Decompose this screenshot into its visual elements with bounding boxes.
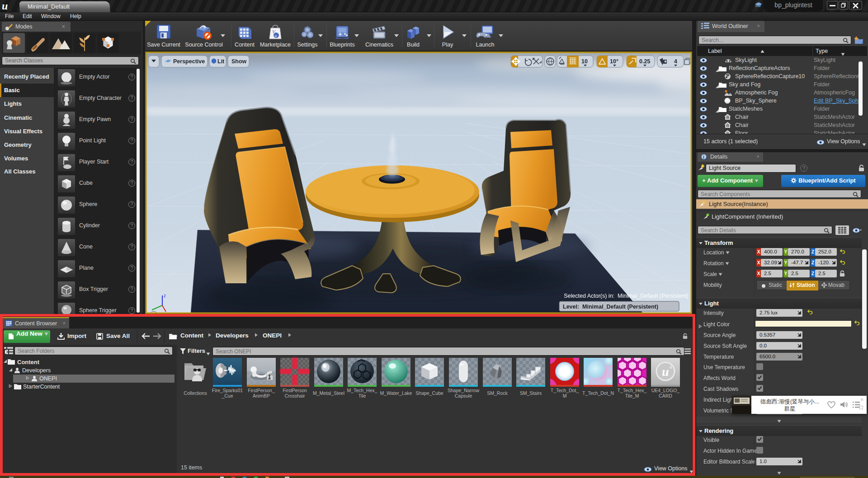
svg-text:Lit: Lit [217, 58, 225, 65]
svg-text:Level: Minimal_Default (Persi: Level: Minimal_Default (Persistent) [563, 304, 658, 310]
svg-text:z: z [164, 293, 166, 298]
svg-text:u: u [662, 365, 669, 379]
svg-text:10°: 10° [610, 58, 618, 65]
svg-text:4: 4 [674, 58, 677, 65]
svg-text:Show: Show [231, 58, 247, 65]
svg-text:10: 10 [581, 58, 588, 65]
svg-text:Selected Actor(s) in: Minimal: Selected Actor(s) in: Minimal_Default (P… [564, 293, 689, 299]
svg-text:0.25: 0.25 [639, 58, 650, 65]
svg-text:4: 4 [670, 365, 672, 370]
svg-text:u: u [2, 0, 8, 12]
svg-text:i: i [703, 155, 704, 159]
svg-text:Perspective: Perspective [173, 58, 205, 65]
svg-text:u: u [275, 33, 277, 38]
